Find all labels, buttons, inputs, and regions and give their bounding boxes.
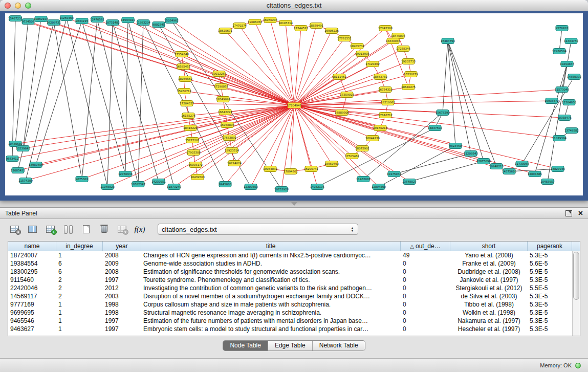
graph-node[interactable]: 18640275 xyxy=(401,84,416,90)
graph-node[interactable]: 19054032 xyxy=(263,166,277,172)
column-header-title[interactable]: title xyxy=(141,242,401,251)
graph-node[interactable]: 11573048 xyxy=(555,87,569,93)
network-canvas[interactable]: 1546723197345061086210316209731112504639… xyxy=(5,13,583,195)
graph-node[interactable]: 15034962 xyxy=(164,18,179,24)
graph-node[interactable]: 13980456 xyxy=(29,162,43,168)
graph-node[interactable]: 17359928 xyxy=(340,92,354,98)
table-row[interactable]: 1872400712008Changes of HCN gene express… xyxy=(8,251,572,259)
graph-node[interactable]: 9823450 xyxy=(449,143,462,149)
graph-node[interactable]: 18111462 xyxy=(332,74,346,80)
graph-node[interactable]: 11730958 xyxy=(515,161,529,167)
import-table-icon[interactable]: ▾ xyxy=(115,223,129,236)
table-row[interactable]: 977716911998Corpus callosum shape and si… xyxy=(8,300,572,309)
new-column-icon[interactable]: + xyxy=(43,223,57,236)
graph-node[interactable]: 17554348 xyxy=(175,52,189,57)
graph-node[interactable]: 10582347 xyxy=(131,182,145,187)
close-window-button[interactable] xyxy=(5,3,11,9)
graph-node[interactable]: 12750934 xyxy=(118,171,133,177)
graph-node[interactable]: 13749582 xyxy=(564,128,579,134)
column-header-pagerank[interactable]: pagerank xyxy=(528,242,572,251)
graph-node[interactable]: 9945603 xyxy=(219,182,232,187)
graph-node[interactable]: 10948213 xyxy=(489,164,504,169)
graph-node[interactable]: 17903308 xyxy=(186,150,201,156)
graph-node[interactable]: 11462087 xyxy=(356,177,371,182)
column-header-year[interactable]: year xyxy=(103,242,141,251)
show-columns-icon[interactable] xyxy=(25,223,39,236)
graph-node[interactable]: 16209731 xyxy=(47,20,61,26)
graph-node[interactable]: 11384750 xyxy=(564,38,578,44)
table-row[interactable]: 946554611997Estimation of the future num… xyxy=(8,317,572,325)
graph-node[interactable]: 16960203 xyxy=(263,17,277,23)
graph-node[interactable]: 12094385 xyxy=(528,171,542,177)
divider-handle-icon[interactable] xyxy=(291,202,297,206)
graph-node[interactable]: 18923514 xyxy=(225,148,239,154)
graph-node[interactable]: 15048898 xyxy=(220,122,234,128)
graph-node[interactable]: 17683092 xyxy=(222,135,236,141)
close-panel-icon[interactable]: × xyxy=(578,210,583,217)
graph-node[interactable]: 18316229 xyxy=(183,125,198,131)
graph-node[interactable]: 9578203 xyxy=(556,26,569,31)
column-header-out_de[interactable]: △out_de… xyxy=(401,242,450,251)
graph-node[interactable]: 14032175 xyxy=(310,184,324,190)
graph-node[interactable]: 11209543 xyxy=(464,151,478,157)
graph-node[interactable]: 16530279 xyxy=(404,72,418,77)
graph-node[interactable]: 17344523 xyxy=(294,26,308,31)
graph-node[interactable]: 12384950 xyxy=(562,100,576,105)
graph-node[interactable]: 16844239 xyxy=(365,136,380,141)
graph-node[interactable]: 12085431 xyxy=(11,168,25,173)
graph-node[interactable]: 19160214 xyxy=(373,125,387,131)
graph-node[interactable]: 18195714 xyxy=(278,20,293,26)
graph-node[interactable]: 14375620 xyxy=(502,169,516,174)
tab-node-table[interactable]: Node Table xyxy=(223,341,268,351)
graph-node[interactable]: 17761551 xyxy=(337,36,352,41)
new-table-icon[interactable] xyxy=(79,223,93,236)
graph-node[interactable]: 16483794 xyxy=(441,38,455,44)
graph-node[interactable]: 19012258 xyxy=(212,71,226,77)
delete-table-icon[interactable] xyxy=(97,223,111,236)
graph-node[interactable]: 16642221 xyxy=(218,110,232,115)
graph-node[interactable]: 17505462 xyxy=(345,154,359,159)
table-row[interactable]: 1456911722003Disruption of a novel membe… xyxy=(8,292,572,300)
graph-node[interactable]: 16906226 xyxy=(324,28,339,34)
graph-node[interactable]: 17616712 xyxy=(378,113,393,118)
graph-node[interactable]: 10175934 xyxy=(387,171,401,177)
column-header-short[interactable]: short xyxy=(450,242,528,251)
graph-node[interactable]: 11029384 xyxy=(552,136,567,141)
graph-node[interactable]: 14837502 xyxy=(428,125,442,131)
graph-node[interactable]: 17204941 xyxy=(287,102,301,108)
graph-node[interactable]: 12309853 xyxy=(244,184,258,190)
float-panel-icon[interactable] xyxy=(565,210,572,216)
graph-node[interactable]: 14850392 xyxy=(567,74,581,80)
graph-node[interactable]: 9802345 xyxy=(153,22,165,28)
graph-node[interactable]: 11045823 xyxy=(100,184,115,190)
panel-divider[interactable] xyxy=(0,201,588,207)
graph-node[interactable]: 10239845 xyxy=(16,146,30,151)
graph-node[interactable]: 14230951 xyxy=(151,179,166,185)
graph-node[interactable]: 17120462 xyxy=(365,61,380,67)
graph-node[interactable]: 15273101 xyxy=(185,138,200,143)
graph-node[interactable]: 16093172 xyxy=(188,162,203,168)
graph-node[interactable]: 19086053 xyxy=(248,19,262,25)
table-vertical-scrollbar[interactable] xyxy=(572,251,580,336)
graph-node[interactable]: 18056562 xyxy=(178,76,192,82)
column-header-name[interactable]: name xyxy=(8,242,56,251)
graph-node[interactable]: 17042388 xyxy=(378,26,393,31)
graph-node[interactable]: 18950493 xyxy=(324,161,339,167)
graph-node[interactable]: 9675301 xyxy=(76,177,89,182)
graph-node[interactable]: 18075901 xyxy=(355,146,369,151)
graph-node[interactable]: 17290057 xyxy=(214,84,228,90)
graph-node[interactable]: 18625671 xyxy=(218,28,232,34)
graph-node[interactable]: 15938472 xyxy=(545,98,559,104)
graph-node[interactable]: 18349091 xyxy=(216,97,230,102)
graph-node[interactable]: 10294837 xyxy=(560,61,574,67)
graph-node[interactable]: 17470274 xyxy=(232,23,247,29)
graph-node[interactable]: 13548027 xyxy=(402,179,417,185)
graph-node[interactable]: 10483957 xyxy=(540,179,555,185)
table-select-dropdown[interactable]: citations_edges.txt ▲ ▼ xyxy=(158,224,358,235)
table-row[interactable]: 1938455462009Genome-wide association stu… xyxy=(8,259,572,268)
table-row[interactable]: 1830029562008Estimation of significance … xyxy=(8,268,572,276)
graph-node[interactable]: 16205741 xyxy=(304,166,318,172)
graph-node[interactable]: 18985734 xyxy=(350,43,364,49)
graph-node[interactable]: 16585455 xyxy=(176,64,190,70)
graph-node[interactable]: 11983204 xyxy=(136,20,150,26)
